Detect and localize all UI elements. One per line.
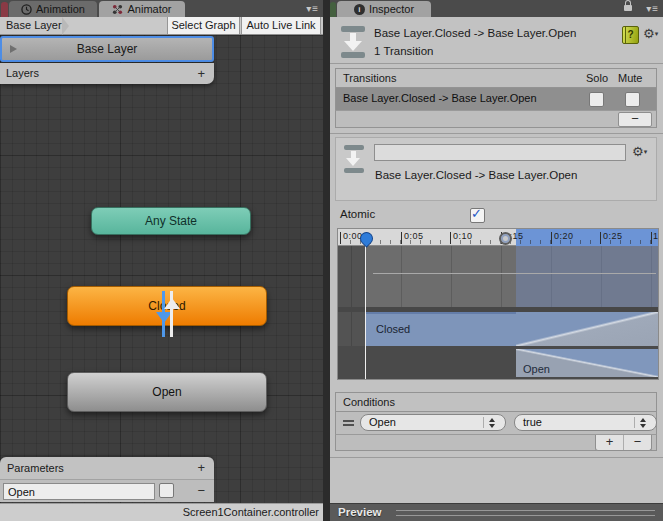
clip-closed-fadeout-wedge <box>516 312 658 346</box>
layer-row-base-layer[interactable]: Base Layer <box>0 36 214 62</box>
lock-icon[interactable] <box>624 5 632 11</box>
breadcrumb-chevron-icon <box>62 17 69 35</box>
auto-live-link-button[interactable]: Auto Live Link <box>241 17 321 34</box>
transition-detail-label: Base Layer.Closed -> Base Layer.Open <box>375 169 577 181</box>
remove-transition-button[interactable]: − <box>618 112 652 127</box>
controller-status-bar: Screen1Container.controller <box>0 503 323 521</box>
gear-glyph: ⚙ <box>643 26 655 41</box>
panel-menu-icon[interactable]: ▾≡ <box>306 3 319 14</box>
add-layer-button[interactable]: + <box>197 63 205 84</box>
condition-parameter-dropdown[interactable]: Open <box>360 414 506 431</box>
blend-curve-line <box>373 273 656 274</box>
transition-icon-arrow-head <box>346 158 360 166</box>
clip-label: Open <box>523 363 550 375</box>
atomic-checkbox[interactable]: ✓ <box>470 208 485 223</box>
panel-splitter[interactable] <box>323 0 330 521</box>
gear-icon[interactable]: ⚙▾ <box>643 27 658 41</box>
inspector-subtitle: 1 Transition <box>374 45 433 57</box>
condition-value-dropdown[interactable]: true <box>514 414 657 431</box>
ruler-tick <box>450 232 451 244</box>
remove-parameter-button[interactable]: − <box>197 480 205 501</box>
condition-parameter-value: Open <box>369 416 396 428</box>
condition-value: true <box>523 416 542 428</box>
preview-label: Preview <box>338 504 381 521</box>
info-icon: i <box>354 4 365 15</box>
gear-icon[interactable]: ⚙▾ <box>632 145 647 159</box>
help-icon[interactable]: ? <box>622 26 639 44</box>
ruler-label: 0:20 <box>554 231 574 241</box>
solo-checkbox[interactable] <box>589 92 604 107</box>
divider <box>330 133 663 134</box>
ruler-tick <box>401 232 402 244</box>
foldout-triangle-icon[interactable] <box>10 45 17 53</box>
node-any-state[interactable]: Any State <box>91 207 251 235</box>
transition-timeline[interactable]: Closed Open 0:00 0:05 0:10 0:15 0:20 0:2… <box>337 228 659 380</box>
animator-toolbar: Base Layer Select Graph Auto Live Link <box>0 17 323 35</box>
inspector-panel: i Inspector ▾≡ Base Layer.Closed -> Base… <box>330 0 663 521</box>
transition-name-field[interactable] <box>374 144 626 161</box>
parameter-row: − <box>0 479 214 502</box>
parameters-label: Parameters <box>7 457 64 479</box>
conditions-title: Conditions <box>343 393 395 411</box>
hidden-tab-edge <box>330 2 336 17</box>
add-condition-button[interactable]: + <box>596 435 624 450</box>
clock-icon <box>21 4 32 15</box>
tab-animator-label: Animator <box>127 3 171 15</box>
transition-icon-small <box>343 145 365 173</box>
preview-drag-grip[interactable] <box>396 510 655 516</box>
ruler-label: 1 <box>653 231 659 241</box>
breadcrumb[interactable]: Base Layer <box>6 17 62 34</box>
transition-icon-bar-bottom <box>344 168 364 173</box>
transition-icon-bar-top <box>344 145 364 150</box>
tab-animator[interactable]: Animator <box>99 1 185 17</box>
tab-inspector-label: Inspector <box>369 3 414 15</box>
condition-row: Open true <box>335 412 657 434</box>
mute-column-label: Mute <box>618 69 642 87</box>
remove-condition-button[interactable]: − <box>624 435 651 450</box>
checkmark-icon: ✓ <box>471 206 482 221</box>
transition-arrowhead-up-icon <box>164 298 180 309</box>
ruler-label: 0:05 <box>404 231 424 241</box>
ruler-tick <box>340 232 341 244</box>
ruler-tick <box>600 232 601 244</box>
ruler-label: 0:25 <box>603 231 623 241</box>
clip-bar-open[interactable]: Open <box>516 349 658 377</box>
transition-icon-bar-top <box>341 26 365 32</box>
clip-bar-closed[interactable]: Closed <box>366 312 516 346</box>
inspector-tab-bar: i Inspector ▾≡ <box>330 0 663 17</box>
inspector-title: Base Layer.Closed -> Base Layer.Open <box>374 27 576 39</box>
layers-label: Layers <box>6 63 39 84</box>
panel-menu-icon[interactable]: ▾≡ <box>646 3 659 14</box>
dropdown-arrows-icon <box>634 417 651 428</box>
transition-icon <box>340 26 366 58</box>
tab-inspector[interactable]: i Inspector <box>337 1 431 17</box>
tab-animation[interactable]: Animation <box>9 1 97 17</box>
layer-row-label: Base Layer <box>77 42 138 56</box>
gear-glyph: ⚙ <box>632 144 644 159</box>
select-graph-button[interactable]: Select Graph <box>167 17 240 34</box>
divider <box>330 63 663 64</box>
transition-list-row[interactable]: Base Layer.Closed -> Base Layer.Open <box>335 88 657 110</box>
parameter-value-checkbox[interactable] <box>159 483 174 498</box>
transitions-title: Transitions <box>343 69 396 87</box>
transition-icon-bar-bottom <box>341 52 365 58</box>
transition-region-overlay[interactable] <box>516 246 658 312</box>
state-machine-graph[interactable]: Any State Closed Open <box>0 35 323 503</box>
atomic-label: Atomic <box>340 208 375 220</box>
divider <box>330 457 663 458</box>
ruler-tick <box>651 232 652 244</box>
animator-tab-bar: Animation Animator ▾≡ <box>0 0 323 17</box>
add-parameter-button[interactable]: + <box>197 457 205 478</box>
preview-bar[interactable]: Preview <box>330 503 663 521</box>
node-open[interactable]: Open <box>67 372 267 412</box>
transitions-header: Transitions Solo Mute <box>335 68 657 88</box>
playhead-line[interactable] <box>365 246 366 379</box>
transition-start-handle[interactable] <box>499 232 512 245</box>
mute-checkbox[interactable] <box>625 92 640 107</box>
transitions-list-footer: − <box>335 110 657 128</box>
state-machine-icon <box>112 4 123 15</box>
transition-row-label: Base Layer.Closed -> Base Layer.Open <box>343 88 537 109</box>
drag-handle-icon[interactable] <box>343 420 354 422</box>
conditions-header: Conditions <box>335 392 657 412</box>
parameter-name-field[interactable] <box>3 483 155 500</box>
